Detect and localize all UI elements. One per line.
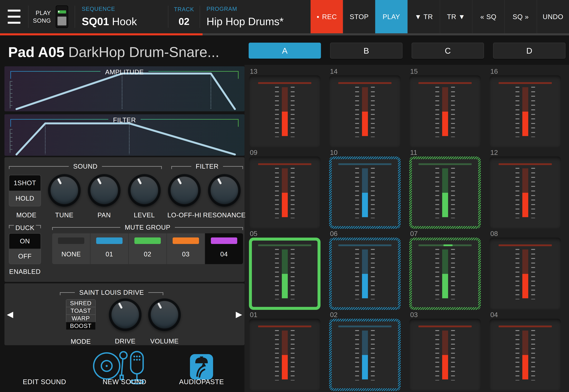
- pad-07[interactable]: [409, 238, 481, 310]
- pad-cell-06: 06: [329, 230, 401, 310]
- sequence-name: Hook: [109, 15, 137, 28]
- topbar-button-stop[interactable]: STOP: [343, 0, 375, 33]
- toggle-option-on[interactable]: ON: [9, 234, 41, 249]
- pad-cell-09: 09: [249, 149, 321, 229]
- pad-02[interactable]: [329, 319, 401, 391]
- track-field[interactable]: TRACK 02: [168, 0, 200, 33]
- bank-c-button[interactable]: C: [412, 43, 484, 59]
- pad-topline-hot-segment: [443, 244, 452, 246]
- toggle-option-1shot[interactable]: 1SHOT: [9, 175, 41, 191]
- sequence-field[interactable]: SEQUENCE SQ01 Hook: [75, 0, 168, 33]
- topbar-button-rec[interactable]: ●REC: [311, 0, 343, 33]
- pad-08[interactable]: [489, 238, 561, 310]
- pad-number: 02: [330, 311, 401, 318]
- pad-11[interactable]: [409, 156, 481, 229]
- prev-effect-arrow[interactable]: ◀: [7, 310, 13, 318]
- topbar-button-label: REC: [322, 13, 337, 21]
- new-sound-label: NEW SOUND: [102, 378, 146, 386]
- mute-group-option-none[interactable]: NONE: [52, 233, 90, 264]
- pad-level-meter: [362, 168, 368, 217]
- pad-14[interactable]: [329, 75, 401, 148]
- knob-drive[interactable]: [109, 298, 142, 331]
- pad-09[interactable]: [249, 156, 321, 229]
- pad-04[interactable]: [489, 319, 561, 391]
- pad-number: 16: [490, 67, 561, 74]
- knob-pan[interactable]: [88, 174, 120, 207]
- mute-group-color-swatch: [173, 238, 199, 244]
- toggle-option-off[interactable]: OFF: [9, 249, 41, 264]
- drive-mode-list: SHREDTOASTWARPBOOST: [66, 299, 96, 330]
- pad-number: 12: [490, 149, 561, 155]
- pad-cell-13: 13: [249, 67, 321, 148]
- pad-16[interactable]: [489, 75, 561, 148]
- mute-group-option-04[interactable]: 04: [205, 233, 243, 264]
- pad-number: 14: [330, 67, 401, 74]
- sample-mode-toggle[interactable]: 1SHOTHOLD: [9, 175, 41, 206]
- knob-face: [211, 177, 238, 204]
- drive-mode-shred[interactable]: SHRED: [66, 299, 96, 307]
- pad-05[interactable]: [249, 238, 321, 310]
- bank-d-button[interactable]: D: [493, 43, 566, 59]
- pad-15[interactable]: [409, 75, 481, 148]
- knob-level[interactable]: [128, 174, 161, 207]
- topbar-button-undo[interactable]: UNDO: [537, 0, 569, 33]
- progress-fill: [0, 33, 203, 35]
- pad-topline: [499, 163, 552, 165]
- fader-handle[interactable]: [58, 17, 66, 26]
- pad-03[interactable]: [409, 319, 481, 391]
- page-title: Pad A05 DarkHop Drum-Snare...: [8, 44, 219, 60]
- pad-id: Pad A05: [8, 44, 64, 60]
- mute-group-option-01[interactable]: 01: [90, 233, 128, 264]
- drive-panel: ◀ ▶ SAINT LOUIS DRIVE SHREDTOASTWARPBOOS…: [4, 283, 245, 345]
- next-effect-arrow[interactable]: ▶: [236, 310, 242, 318]
- knob-face: [171, 177, 198, 204]
- pad-01[interactable]: [249, 319, 321, 391]
- duck-enabled-toggle[interactable]: ONOFF: [9, 233, 41, 264]
- knob-volume[interactable]: [148, 298, 181, 331]
- mute-group-option-label: NONE: [61, 251, 81, 258]
- menu-button[interactable]: [0, 0, 28, 33]
- pad-cell-07: 07: [409, 230, 481, 310]
- pad-topline: [338, 325, 392, 327]
- program-field[interactable]: PROGRAM Hip Hop Drums*: [200, 0, 311, 33]
- song-fader-widget[interactable]: [56, 5, 68, 28]
- filter-section-bracket: FILTER: [171, 163, 243, 170]
- pad-topline: [499, 82, 552, 84]
- audiopaste-button[interactable]: [189, 353, 214, 380]
- topbar-button-sq-next[interactable]: SQ »: [504, 0, 537, 33]
- topbar-button-tr-prev[interactable]: ▼ TR: [408, 0, 440, 33]
- drive-mode-warp[interactable]: WARP: [66, 314, 96, 322]
- topbar-button-play[interactable]: PLAY: [375, 0, 408, 33]
- app-root: { "colors": { "accent_blue": "#2f96c8", …: [0, 0, 569, 392]
- pad-cell-16: 16: [489, 67, 561, 148]
- pad-12[interactable]: [489, 156, 561, 229]
- pad-10[interactable]: [329, 156, 401, 229]
- knob-resonance[interactable]: [208, 174, 241, 207]
- toggle-option-hold[interactable]: HOLD: [9, 191, 41, 206]
- mute-group-option-03[interactable]: 03: [167, 233, 205, 264]
- play-song-button[interactable]: PLAY SONG: [29, 0, 56, 33]
- drive-mode-toast[interactable]: TOAST: [66, 307, 96, 315]
- topbar-button-label: ▼ TR: [415, 13, 433, 21]
- pad-13[interactable]: [249, 75, 321, 148]
- knob-lo-off-hi[interactable]: [168, 174, 201, 207]
- mute-group-option-02[interactable]: 02: [128, 233, 167, 264]
- pad-topline: [258, 82, 311, 84]
- drive-title-bracket: SAINT LOUIS DRIVE: [60, 289, 163, 296]
- bank-a-button[interactable]: A: [249, 43, 321, 59]
- pad-06[interactable]: [329, 238, 401, 310]
- play-song-label-line2: SONG: [33, 17, 51, 24]
- mute-group-bracket: MUTE GROUP: [52, 224, 243, 231]
- knob-tune[interactable]: [48, 174, 81, 207]
- mute-group-color-swatch: [96, 238, 123, 244]
- bank-b-button[interactable]: B: [330, 43, 402, 59]
- drive-mode-boost[interactable]: BOOST: [66, 322, 96, 330]
- amplitude-envelope-panel[interactable]: AMPLITUDE: [4, 66, 245, 111]
- filter-envelope-panel[interactable]: FILTER: [4, 114, 245, 156]
- pad-level-meter: [282, 87, 288, 136]
- topbar-button-sq-prev[interactable]: « SQ: [472, 0, 504, 33]
- pad-topline: [499, 244, 552, 246]
- pad-cell-14: 14: [329, 67, 401, 148]
- pad-cell-05: 05: [249, 230, 321, 310]
- topbar-button-tr-next[interactable]: TR ▼: [440, 0, 472, 33]
